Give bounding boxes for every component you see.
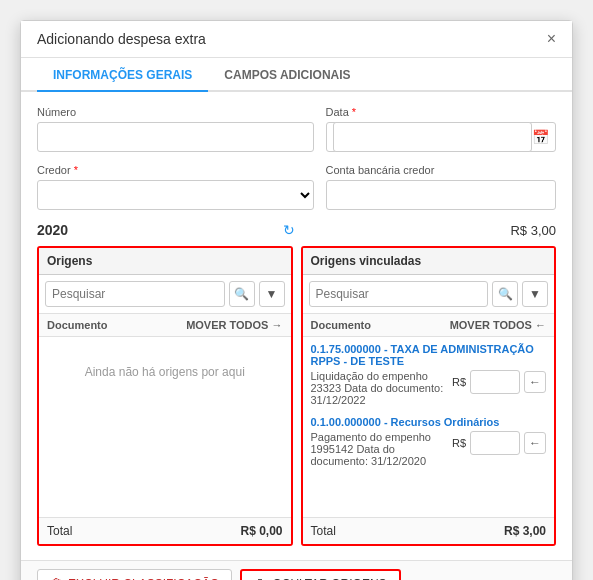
origins-filter-btn[interactable]: ▼ <box>259 281 285 307</box>
origins-search-row: 🔍 ▼ <box>39 275 291 314</box>
credor-label: Credor * <box>37 164 314 176</box>
data-label: Data * <box>326 106 556 118</box>
mover-todos-button[interactable]: MOVER TODOS → <box>186 319 282 331</box>
modal-header: Adicionando despesa extra × <box>21 21 572 58</box>
modal-body: Número Data * 31/12/2022 📅 Credor * <box>21 92 572 560</box>
data-input-wrapper: 31/12/2022 📅 <box>326 122 556 152</box>
excluir-icon: 🗑 <box>50 576 63 580</box>
origins-total-label: Total <box>47 524 72 538</box>
modal-footer: 🗑 EXCLUIR CLASSIFICAÇÃO 👁 OCULTAR ORIGEN… <box>21 560 572 580</box>
excluir-classificacao-button[interactable]: 🗑 EXCLUIR CLASSIFICAÇÃO <box>37 569 232 580</box>
origins-search-input[interactable] <box>45 281 225 307</box>
linked-origins-total-label: Total <box>311 524 336 538</box>
refresh-icon[interactable]: ↻ <box>283 222 295 238</box>
linked-origins-search-btn[interactable]: 🔍 <box>492 281 518 307</box>
modal-title: Adicionando despesa extra <box>37 31 206 47</box>
doc-amount-row-1: R$ 1,00 ← <box>452 370 546 394</box>
doc-name-2: 0.1.00.000000 - Recursos Ordinários <box>311 416 547 428</box>
origins-empty-message: Ainda não há origens por aqui <box>47 345 283 399</box>
linked-origins-doc-header: Documento MOVER TODOS ← <box>303 314 555 337</box>
linked-origins-search-row: 🔍 ▼ <box>303 275 555 314</box>
origins-doc-header: Documento MOVER TODOS → <box>39 314 291 337</box>
linked-origins-panel-header: Origens vinculadas <box>303 248 555 275</box>
origins-total-amount: R$ 0,00 <box>240 524 282 538</box>
amount-input-2[interactable]: 2,00 <box>470 431 520 455</box>
linked-origins-total-amount: R$ 3,00 <box>504 524 546 538</box>
document-item-2: 0.1.00.000000 - Recursos Ordinários Paga… <box>311 416 547 467</box>
numero-label: Número <box>37 106 314 118</box>
origins-panel-header: Origens <box>39 248 291 275</box>
calendar-icon[interactable]: 📅 <box>532 129 549 145</box>
doc-amount-row-2: R$ 2,00 ← <box>452 431 546 455</box>
form-group-credor: Credor * <box>37 164 314 210</box>
origins-panel-content: Ainda não há origens por aqui <box>39 337 291 517</box>
tab-informacoes-gerais[interactable]: INFORMAÇÕES GERAIS <box>37 58 208 92</box>
doc-info-1: Liquidação do empenho 23323 Data do docu… <box>311 370 446 406</box>
section-year: 2020 <box>37 222 68 238</box>
amount-input-1[interactable]: 1,00 <box>470 370 520 394</box>
linked-origins-total-row: Total R$ 3,00 <box>303 517 555 544</box>
doc-name-1: 0.1.75.000000 - TAXA DE ADMINISTRAÇÃO RP… <box>311 343 547 367</box>
section-year-row: 2020 ↻ R$ 3,00 <box>37 222 556 238</box>
origins-total-row: Total R$ 0,00 <box>39 517 291 544</box>
document-item-1: 0.1.75.000000 - TAXA DE ADMINISTRAÇÃO RP… <box>311 343 547 406</box>
linked-origins-panel-content: 0.1.75.000000 - TAXA DE ADMINISTRAÇÃO RP… <box>303 337 555 517</box>
numero-input[interactable] <box>37 122 314 152</box>
ocultar-origens-button[interactable]: 👁 OCULTAR ORIGENS <box>240 569 400 580</box>
data-input[interactable]: 31/12/2022 <box>333 122 532 152</box>
ocultar-icon: 👁 <box>254 576 267 580</box>
form-group-data: Data * 31/12/2022 📅 <box>326 106 556 152</box>
origins-search-btn[interactable]: 🔍 <box>229 281 255 307</box>
doc-details-2: Pagamento do empenho 1995142 Data do doc… <box>311 431 547 467</box>
origins-container: Origens 🔍 ▼ Documento MOVER TODOS → Aind… <box>37 246 556 546</box>
conta-label: Conta bancária credor <box>326 164 556 176</box>
linked-origins-search-input[interactable] <box>309 281 489 307</box>
close-button[interactable]: × <box>547 31 556 47</box>
rs-label-1: R$ <box>452 376 466 388</box>
conta-input[interactable] <box>326 180 556 210</box>
linked-origins-panel: Origens vinculadas 🔍 ▼ Documento MOVER T… <box>301 246 557 546</box>
credor-select[interactable] <box>37 180 314 210</box>
origins-doc-col-label: Documento <box>47 319 108 331</box>
form-group-conta: Conta bancária credor <box>326 164 556 210</box>
back-btn-1[interactable]: ← <box>524 371 546 393</box>
form-group-numero: Número <box>37 106 314 152</box>
origins-panel: Origens 🔍 ▼ Documento MOVER TODOS → Aind… <box>37 246 293 546</box>
mover-todos-linked-button[interactable]: MOVER TODOS ← <box>450 319 546 331</box>
form-row-credor: Credor * Conta bancária credor <box>37 164 556 210</box>
section-total: R$ 3,00 <box>510 223 556 238</box>
linked-origins-doc-col-label: Documento <box>311 319 372 331</box>
form-row-numero-data: Número Data * 31/12/2022 📅 <box>37 106 556 152</box>
tabs-container: INFORMAÇÕES GERAIS CAMPOS ADICIONAIS <box>21 58 572 92</box>
doc-info-2: Pagamento do empenho 1995142 Data do doc… <box>311 431 446 467</box>
ocultar-label: OCULTAR ORIGENS <box>272 577 386 581</box>
doc-details-1: Liquidação do empenho 23323 Data do docu… <box>311 370 547 406</box>
modal-container: Adicionando despesa extra × INFORMAÇÕES … <box>20 20 573 580</box>
tab-campos-adicionais[interactable]: CAMPOS ADICIONAIS <box>208 58 366 92</box>
excluir-label: EXCLUIR CLASSIFICAÇÃO <box>68 577 219 581</box>
rs-label-2: R$ <box>452 437 466 449</box>
back-btn-2[interactable]: ← <box>524 432 546 454</box>
linked-origins-filter-btn[interactable]: ▼ <box>522 281 548 307</box>
